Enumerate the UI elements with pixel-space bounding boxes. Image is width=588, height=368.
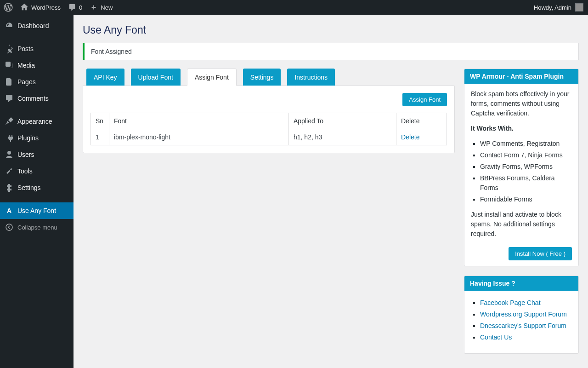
page-title: Use Any Font — [83, 24, 579, 36]
howdy-text[interactable]: Howdy, Admin — [534, 4, 571, 11]
content-area: Use Any Font Font Assigned API Key Uploa… — [74, 15, 588, 368]
assign-font-button[interactable]: Assign Font — [402, 93, 447, 106]
success-notice: Font Assigned — [83, 43, 579, 60]
assign-font-panel: Assign Font Sn Font Applied To Delete — [83, 85, 455, 153]
col-sn: Sn — [91, 113, 109, 129]
tab-instructions[interactable]: Instructions — [287, 69, 335, 86]
tab-assign-font[interactable]: Assign Font — [187, 69, 237, 86]
admin-sidebar: Dashboard Posts Media Pages Comments — [0, 15, 74, 368]
new-content-link[interactable]: New — [86, 0, 116, 15]
fonts-table: Sn Font Applied To Delete 1 ibm-plex-mon… — [90, 113, 447, 145]
tools-icon — [5, 167, 14, 176]
col-delete: Delete — [396, 113, 447, 129]
list-item: Wordpress.org Support Forum — [480, 310, 572, 319]
support-link-wporg[interactable]: Wordpress.org Support Forum — [480, 310, 567, 318]
sidebar-item-settings[interactable]: Settings — [0, 179, 74, 196]
menu-separator — [0, 109, 74, 111]
tab-bar: API Key Upload Font Assign Font Settings… — [86, 69, 455, 86]
table-row: 1 ibm-plex-mono-light h1, h2, h3 Delete — [91, 129, 447, 145]
works-with-list: WP Comments, Registraton Contact Form 7,… — [471, 139, 572, 204]
sidebar-item-dashboard[interactable]: Dashboard — [0, 17, 74, 34]
menu-separator — [0, 36, 74, 39]
list-item: Dnesscarkey's Support Forum — [480, 321, 572, 331]
support-link-dnesscarkey[interactable]: Dnesscarkey's Support Forum — [480, 322, 566, 329]
svg-point-0 — [6, 224, 12, 230]
promo-box-wp-armour: WP Armour - Anti Spam Plugin Block spam … — [464, 69, 579, 266]
collapse-icon — [5, 223, 14, 232]
wp-logo-icon[interactable] — [0, 0, 17, 15]
dashboard-icon — [5, 21, 14, 30]
support-title: Having Issue ? — [464, 276, 578, 291]
site-name: WordPress — [31, 4, 61, 11]
list-item: Contact Us — [480, 333, 572, 342]
list-item: Facebook Page Chat — [480, 298, 572, 308]
media-icon — [5, 61, 14, 70]
collapse-menu[interactable]: Collapse menu — [0, 219, 74, 236]
settings-icon — [5, 183, 14, 192]
users-icon — [5, 150, 14, 159]
admin-toolbar: WordPress 0 New Howdy, Admin — [0, 0, 588, 15]
promo-title: WP Armour - Anti Spam Plugin — [464, 69, 578, 84]
support-links: Facebook Page Chat Wordpress.org Support… — [471, 298, 572, 342]
col-font: Font — [109, 113, 289, 129]
list-item: WP Comments, Registraton — [480, 139, 572, 149]
list-item: Gravity Forms, WPForms — [480, 162, 572, 172]
install-now-button[interactable]: Install Now ( Free ) — [509, 247, 572, 260]
avatar[interactable] — [575, 3, 583, 12]
sidebar-item-users[interactable]: Users — [0, 146, 74, 163]
pages-icon — [5, 77, 14, 86]
comments-count: 0 — [79, 4, 82, 11]
sidebar-item-media[interactable]: Media — [0, 57, 74, 74]
menu-separator — [0, 198, 74, 201]
support-link-facebook[interactable]: Facebook Page Chat — [480, 299, 541, 306]
tab-settings[interactable]: Settings — [243, 69, 281, 86]
delete-font-link[interactable]: Delete — [401, 133, 419, 141]
new-label: New — [101, 4, 113, 11]
tab-upload-font[interactable]: Upload Font — [131, 69, 181, 86]
home-icon — [20, 3, 28, 12]
list-item: Formidable Forms — [480, 195, 572, 204]
sidebar-item-comments[interactable]: Comments — [0, 90, 74, 107]
list-item: Contact Form 7, Ninja Forms — [480, 150, 572, 160]
col-applied: Applied To — [289, 113, 396, 129]
sidebar-item-plugins[interactable]: Plugins — [0, 130, 74, 146]
pin-icon — [5, 44, 14, 53]
tab-api-key[interactable]: API Key — [86, 69, 124, 86]
support-link-contact[interactable]: Contact Us — [480, 334, 512, 341]
sidebar-item-tools[interactable]: Tools — [0, 163, 74, 179]
appearance-icon — [5, 117, 14, 126]
comment-icon — [68, 3, 76, 12]
sidebar-item-posts[interactable]: Posts — [0, 40, 74, 57]
comments-icon — [5, 94, 14, 103]
sidebar-item-appearance[interactable]: Appearance — [0, 113, 74, 130]
site-home-link[interactable]: WordPress — [17, 0, 64, 15]
support-box: Having Issue ? Facebook Page Chat Wordpr… — [464, 276, 579, 354]
list-item: BBPress Forums, Caldera Forms — [480, 173, 572, 193]
plus-icon — [90, 3, 98, 12]
sidebar-item-pages[interactable]: Pages — [0, 74, 74, 90]
sidebar-item-use-any-font[interactable]: A Use Any Font — [0, 202, 74, 219]
comments-link[interactable]: 0 — [64, 0, 86, 15]
plugins-icon — [5, 133, 14, 143]
font-letter-icon: A — [5, 206, 14, 215]
